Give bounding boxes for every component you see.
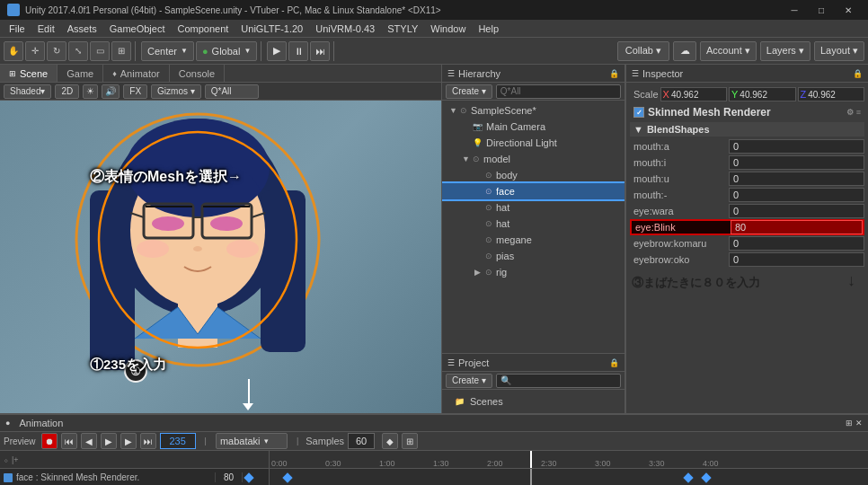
minimize-button[interactable]: ─	[782, 2, 807, 18]
2d-toggle[interactable]: 2D	[55, 84, 79, 99]
menu-help[interactable]: Help	[473, 22, 504, 36]
tab-scene[interactable]: ⊞ Scene	[0, 65, 58, 82]
rotate-tool[interactable]: ↻	[47, 41, 66, 61]
insp-value-mouthu[interactable]: 0	[729, 172, 864, 186]
maximize-button[interactable]: □	[809, 2, 834, 18]
play-button[interactable]: ▶	[267, 41, 287, 61]
project-create-btn[interactable]: Create ▾	[446, 374, 492, 388]
center-pivot-dropdown[interactable]: Center ▼	[141, 41, 194, 61]
menu-styly[interactable]: STYLY	[382, 22, 423, 36]
insp-value-mouthi[interactable]: 0	[729, 155, 864, 170]
face-diamond-icon	[244, 472, 253, 482]
animation-name-select[interactable]: mabataki ▾	[216, 433, 288, 449]
anim-track-labels: ⬦ |+ face : Skinned Mesh Renderer. 80 UM…	[0, 451, 270, 485]
insp-value-eyebrowk[interactable]: 0	[729, 236, 864, 251]
move-tool[interactable]: ✛	[25, 41, 45, 61]
track-face-label[interactable]: face : Skinned Mesh Renderer.	[0, 472, 216, 482]
anim-next-frame[interactable]: ▶	[120, 433, 137, 449]
tree-item-pias[interactable]: ⊙ pias	[442, 248, 624, 264]
arrow-step1-head	[243, 403, 253, 410]
cloud-button[interactable]: ☁	[673, 41, 696, 61]
tree-item-maincamera[interactable]: 📷 Main Camera	[442, 119, 624, 135]
close-button[interactable]: ✕	[836, 2, 861, 18]
tree-item-body[interactable]: ⊙ body	[442, 167, 624, 183]
record-button[interactable]: ⏺	[41, 433, 58, 449]
animation-controls: Preview ⏺ ⏮ ◀ ▶ ▶ ⏭ 235 | mabataki ▾ | S…	[0, 432, 868, 451]
tree-item-light[interactable]: 💡 Directional Light	[442, 135, 624, 151]
menu-assets[interactable]: Assets	[62, 22, 102, 36]
animation-body: ⬦ |+ face : Skinned Mesh Renderer. 80 UM…	[0, 451, 868, 485]
rect-tool[interactable]: ▭	[90, 41, 110, 61]
project-search[interactable]	[496, 374, 621, 388]
shaded-dropdown[interactable]: Shaded ▾	[4, 84, 51, 99]
fx-toggle[interactable]: FX	[123, 84, 147, 99]
insp-value-eyebrowo[interactable]: 0	[729, 252, 864, 267]
anim-prev-frame[interactable]: ◀	[81, 433, 97, 449]
global-pivot-dropdown[interactable]: ● Global ▼	[196, 41, 257, 61]
pause-button[interactable]: ⏸	[288, 41, 308, 61]
collab-button[interactable]: Collab ▾	[617, 41, 669, 61]
frame-input[interactable]: 235	[160, 433, 196, 449]
tree-item-face[interactable]: ⊙ face	[442, 183, 624, 199]
tree-item-rig[interactable]: ▶ ⊙ rig	[442, 264, 624, 280]
inspector-lock[interactable]: 🔒	[853, 69, 863, 78]
insp-value-eyeblink[interactable]: 80	[731, 220, 863, 234]
anim-panel-controls[interactable]: ⊞ ✕	[846, 419, 863, 428]
gizmos-dropdown[interactable]: Gizmos ▾	[151, 84, 201, 99]
keyframe-face-2[interactable]	[683, 472, 693, 482]
insp-value-mouthd[interactable]: 0	[729, 188, 864, 202]
component-toggle[interactable]: ✓	[633, 107, 644, 118]
step-button[interactable]: ⏭	[310, 41, 330, 61]
tab-game[interactable]: Game	[58, 65, 103, 82]
anim-play-button[interactable]: ▶	[101, 433, 117, 449]
tree-item-model[interactable]: ▼ ⊙ model	[442, 151, 624, 167]
scale-x-field[interactable]: X 40.962	[660, 87, 727, 101]
inspector-header: ☰ Inspector 🔒	[626, 65, 868, 83]
playhead[interactable]	[530, 451, 532, 468]
lighting-toggle[interactable]: ☀	[83, 84, 98, 99]
layers-dropdown[interactable]: Layers ▾	[760, 41, 810, 61]
hierarchy-lock[interactable]: 🔒	[609, 69, 619, 78]
transform-all-tool[interactable]: ⊞	[111, 41, 131, 61]
menu-window[interactable]: Window	[425, 22, 471, 36]
scale-z-field[interactable]: Z 40.962	[798, 87, 864, 101]
hand-tool[interactable]: ✋	[4, 41, 23, 61]
anim-goto-start[interactable]: ⏮	[61, 433, 77, 449]
menu-component[interactable]: Component	[172, 22, 234, 36]
layout-dropdown[interactable]: Layout ▾	[814, 41, 864, 61]
project-scenes-item[interactable]: 📁 Scenes	[447, 393, 619, 410]
inspector-row-mouthu: mouth:u 0	[630, 171, 864, 187]
hierarchy-create-btn[interactable]: Create ▾	[446, 84, 492, 99]
curves-btn[interactable]: ⊞	[402, 433, 418, 449]
menu-gameobject[interactable]: GameObject	[104, 22, 171, 36]
hierarchy-panel: ☰ Hierarchy 🔒 Create ▾ ▼ ⊙ SampleScene* …	[441, 65, 625, 413]
menu-file[interactable]: File	[4, 22, 31, 36]
scale-tool[interactable]: ⤡	[68, 41, 88, 61]
tree-item-hat2[interactable]: ⊙ hat	[442, 216, 624, 232]
tree-item-hat1[interactable]: ⊙ hat	[442, 199, 624, 216]
tree-item-samplescene[interactable]: ▼ ⊙ SampleScene*	[442, 102, 624, 119]
keyframe-face-3[interactable]	[701, 472, 711, 482]
insp-value-moutha[interactable]: 0	[729, 139, 864, 154]
track-face: face : Skinned Mesh Renderer. 80	[0, 469, 269, 485]
audio-toggle[interactable]: 🔊	[102, 84, 120, 99]
menu-edit[interactable]: Edit	[32, 22, 60, 36]
samples-input[interactable]: 60	[348, 433, 375, 449]
insp-value-eyewara[interactable]: 0	[729, 204, 864, 218]
account-dropdown[interactable]: Account ▾	[700, 41, 757, 61]
tab-animator[interactable]: ♦ Animator	[103, 65, 170, 82]
tab-console[interactable]: Console	[170, 65, 225, 82]
hierarchy-search[interactable]	[496, 84, 621, 99]
menu-unigltf[interactable]: UniGLTF-1.20	[235, 22, 308, 36]
project-lock[interactable]: 🔒	[609, 358, 619, 367]
animation-header: ● Animation ⊞ ✕	[0, 415, 868, 432]
scale-y-field[interactable]: Y 40.962	[729, 87, 795, 101]
track-face-diamond[interactable]	[243, 474, 255, 481]
tree-item-megane[interactable]: ⊙ megane	[442, 232, 624, 248]
search-field[interactable]: Q*All	[205, 84, 259, 99]
blendshapes-section[interactable]: ▼ BlendShapes	[630, 122, 864, 137]
keyframe-btn[interactable]: ◆	[382, 433, 398, 449]
keyframe-face-1[interactable]	[282, 472, 292, 482]
anim-goto-end[interactable]: ⏭	[140, 433, 156, 449]
menu-univrm[interactable]: UniVRM-0.43	[310, 22, 380, 36]
